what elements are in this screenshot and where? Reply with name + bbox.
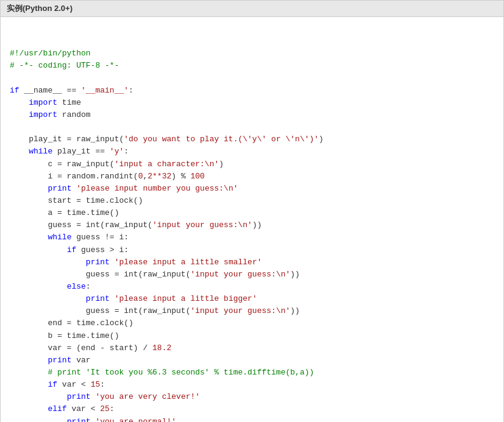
code-line: while play_it == 'y': [10, 146, 494, 158]
code-line: i = random.randint(0,2**32) % 100 [10, 171, 494, 183]
code-line: print 'please input a little bigger' [10, 293, 494, 305]
code-line: var = (end - start) / 18.2 [10, 342, 494, 354]
code-line [10, 72, 494, 85]
code-line: if guess > i: [10, 244, 494, 256]
code-line: c = raw_input('input a character:\n') [10, 158, 494, 171]
code-line: print 'please input a little smaller' [10, 256, 494, 269]
code-line: guess = int(raw_input('input your guess:… [10, 269, 494, 281]
code-line: guess = int(raw_input('input your guess:… [10, 305, 494, 317]
code-line: if __name__ == '__main__': [10, 85, 494, 97]
code-line: if var < 15: [10, 379, 494, 391]
code-line: #!/usr/bin/python [10, 47, 494, 60]
code-line [10, 121, 494, 133]
code-line: elif var < 25: [10, 403, 494, 415]
code-line: print var [10, 354, 494, 367]
code-line: import random [10, 109, 494, 121]
code-line: end = time.clock() [10, 317, 494, 329]
code-line: guess = int(raw_input('input your guess:… [10, 219, 494, 231]
window-title: 实例(Python 2.0+) [7, 4, 73, 13]
window: 实例(Python 2.0+) #!/usr/bin/python# -*- c… [0, 0, 504, 422]
code-line: while guess != i: [10, 231, 494, 244]
code-line: # print 'It took you %6.3 seconds' % tim… [10, 367, 494, 379]
code-line: print 'you are very clever!' [10, 391, 494, 403]
title-bar: 实例(Python 2.0+) [1, 1, 503, 17]
code-line: print 'you are normal!' [10, 416, 494, 423]
code-line: play_it = raw_input('do you want to play… [10, 133, 494, 146]
code-line: print 'please input number you guess:\n' [10, 183, 494, 195]
code-line: else: [10, 281, 494, 293]
code-line: b = time.time() [10, 330, 494, 342]
code-line: a = time.time() [10, 207, 494, 219]
code-line: import time [10, 97, 494, 109]
code-area: #!/usr/bin/python# -*- coding: UTF-8 -*-… [1, 17, 503, 422]
code-line: start = time.clock() [10, 195, 494, 207]
code-line: # -*- coding: UTF-8 -*- [10, 60, 494, 72]
